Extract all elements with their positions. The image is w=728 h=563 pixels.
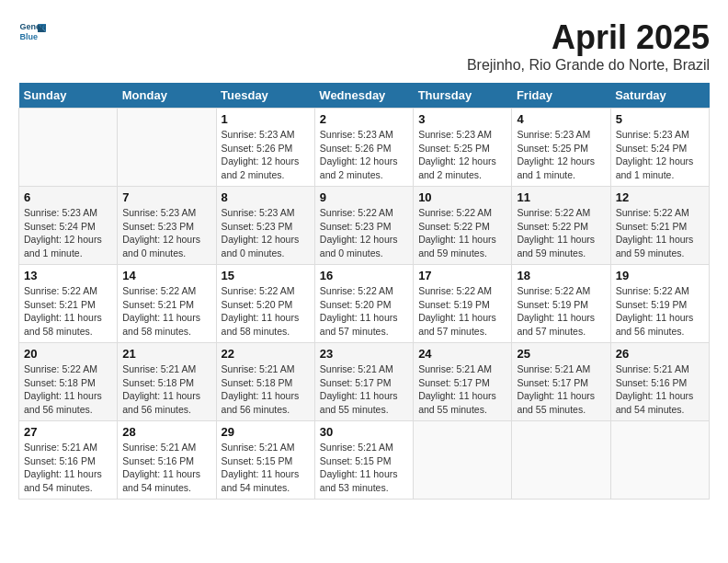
day-info: Sunrise: 5:22 AM Sunset: 5:20 PM Dayligh… [320,284,408,339]
calendar-day-cell: 6Sunrise: 5:23 AM Sunset: 5:24 PM Daylig… [19,187,118,265]
calendar-day-cell: 15Sunrise: 5:22 AM Sunset: 5:20 PM Dayli… [216,265,314,343]
day-number: 25 [517,347,605,361]
day-info: Sunrise: 5:23 AM Sunset: 5:23 PM Dayligh… [222,206,310,260]
day-number: 17 [418,269,506,282]
calendar-day-cell: 20Sunrise: 5:22 AM Sunset: 5:18 PM Dayli… [19,343,118,421]
calendar-day-cell: 24Sunrise: 5:21 AM Sunset: 5:17 PM Dayli… [414,343,512,421]
day-info: Sunrise: 5:22 AM Sunset: 5:19 PM Dayligh… [517,284,605,339]
svg-text:Blue: Blue [20,32,39,41]
day-number: 29 [222,425,310,439]
day-number: 12 [616,190,704,204]
day-info: Sunrise: 5:22 AM Sunset: 5:22 PM Dayligh… [517,206,605,260]
calendar-day-cell: 14Sunrise: 5:22 AM Sunset: 5:21 PM Dayli… [118,265,216,343]
calendar-day-cell: 1Sunrise: 5:23 AM Sunset: 5:26 PM Daylig… [216,109,314,187]
day-info: Sunrise: 5:21 AM Sunset: 5:16 PM Dayligh… [24,441,112,495]
calendar-day-cell: 12Sunrise: 5:22 AM Sunset: 5:21 PM Dayli… [610,187,709,265]
day-info: Sunrise: 5:22 AM Sunset: 5:21 PM Dayligh… [122,284,210,339]
calendar-day-cell: 17Sunrise: 5:22 AM Sunset: 5:19 PM Dayli… [414,265,512,343]
day-info: Sunrise: 5:21 AM Sunset: 5:18 PM Dayligh… [122,362,210,417]
day-info: Sunrise: 5:21 AM Sunset: 5:17 PM Dayligh… [418,362,506,417]
day-number: 8 [222,190,310,204]
weekday-header: Saturday [610,83,709,109]
month-title: April 2025 [467,18,710,57]
weekday-header: Thursday [414,83,512,109]
day-number: 6 [24,190,112,204]
day-info: Sunrise: 5:21 AM Sunset: 5:16 PM Dayligh… [616,362,704,417]
calendar-day-cell: 19Sunrise: 5:22 AM Sunset: 5:19 PM Dayli… [610,265,709,343]
calendar-day-cell [414,421,512,500]
weekday-header: Sunday [19,83,118,109]
day-info: Sunrise: 5:23 AM Sunset: 5:25 PM Dayligh… [517,128,605,182]
calendar-day-cell [19,109,118,187]
logo: General Blue [18,18,50,46]
calendar-week-row: 27Sunrise: 5:21 AM Sunset: 5:16 PM Dayli… [19,421,710,500]
day-number: 16 [320,269,408,282]
calendar-day-cell: 10Sunrise: 5:22 AM Sunset: 5:22 PM Dayli… [414,187,512,265]
calendar-week-row: 1Sunrise: 5:23 AM Sunset: 5:26 PM Daylig… [19,109,710,187]
day-info: Sunrise: 5:22 AM Sunset: 5:23 PM Dayligh… [320,206,408,260]
day-number: 22 [222,347,310,361]
day-info: Sunrise: 5:21 AM Sunset: 5:16 PM Dayligh… [122,441,210,495]
day-info: Sunrise: 5:22 AM Sunset: 5:19 PM Dayligh… [616,284,704,339]
calendar-day-cell [610,421,709,500]
page-header: General Blue April 2025 Brejinho, Rio Gr… [18,18,710,74]
calendar-week-row: 6Sunrise: 5:23 AM Sunset: 5:24 PM Daylig… [19,187,710,265]
day-number: 10 [418,190,506,204]
day-number: 18 [517,269,605,282]
day-number: 1 [222,112,310,126]
calendar-week-row: 20Sunrise: 5:22 AM Sunset: 5:18 PM Dayli… [19,343,710,421]
day-number: 9 [320,190,408,204]
calendar-day-cell: 25Sunrise: 5:21 AM Sunset: 5:17 PM Dayli… [512,343,610,421]
day-number: 11 [517,190,605,204]
day-number: 15 [222,269,310,282]
day-number: 24 [418,347,506,361]
day-number: 13 [24,269,112,282]
calendar-day-cell: 28Sunrise: 5:21 AM Sunset: 5:16 PM Dayli… [118,421,216,500]
day-info: Sunrise: 5:22 AM Sunset: 5:19 PM Dayligh… [418,284,506,339]
weekday-header: Wednesday [314,83,413,109]
calendar-day-cell: 16Sunrise: 5:22 AM Sunset: 5:20 PM Dayli… [314,265,413,343]
calendar-day-cell: 8Sunrise: 5:23 AM Sunset: 5:23 PM Daylig… [216,187,314,265]
day-number: 7 [122,190,210,204]
day-number: 26 [616,347,704,361]
calendar-week-row: 13Sunrise: 5:22 AM Sunset: 5:21 PM Dayli… [19,265,710,343]
day-info: Sunrise: 5:23 AM Sunset: 5:26 PM Dayligh… [320,128,408,182]
weekday-header-row: SundayMondayTuesdayWednesdayThursdayFrid… [19,83,710,109]
day-number: 23 [320,347,408,361]
calendar-day-cell: 26Sunrise: 5:21 AM Sunset: 5:16 PM Dayli… [610,343,709,421]
svg-text:General: General [20,22,47,31]
day-number: 2 [320,112,408,126]
day-number: 20 [24,347,112,361]
day-info: Sunrise: 5:22 AM Sunset: 5:21 PM Dayligh… [24,284,112,339]
calendar-day-cell: 3Sunrise: 5:23 AM Sunset: 5:25 PM Daylig… [414,109,512,187]
calendar-day-cell: 13Sunrise: 5:22 AM Sunset: 5:21 PM Dayli… [19,265,118,343]
day-number: 30 [320,425,408,439]
title-area: April 2025 Brejinho, Rio Grande do Norte… [467,18,710,74]
calendar-day-cell: 27Sunrise: 5:21 AM Sunset: 5:16 PM Dayli… [19,421,118,500]
day-number: 14 [122,269,210,282]
day-info: Sunrise: 5:22 AM Sunset: 5:22 PM Dayligh… [418,206,506,260]
calendar-day-cell: 22Sunrise: 5:21 AM Sunset: 5:18 PM Dayli… [216,343,314,421]
day-number: 21 [122,347,210,361]
day-info: Sunrise: 5:21 AM Sunset: 5:15 PM Dayligh… [222,441,310,495]
day-info: Sunrise: 5:23 AM Sunset: 5:23 PM Dayligh… [122,206,210,260]
calendar-day-cell: 21Sunrise: 5:21 AM Sunset: 5:18 PM Dayli… [118,343,216,421]
calendar-day-cell: 23Sunrise: 5:21 AM Sunset: 5:17 PM Dayli… [314,343,413,421]
calendar-day-cell [512,421,610,500]
day-number: 27 [24,425,112,439]
weekday-header: Tuesday [216,83,314,109]
calendar-day-cell: 9Sunrise: 5:22 AM Sunset: 5:23 PM Daylig… [314,187,413,265]
day-info: Sunrise: 5:23 AM Sunset: 5:24 PM Dayligh… [24,206,112,260]
calendar-day-cell: 4Sunrise: 5:23 AM Sunset: 5:25 PM Daylig… [512,109,610,187]
day-info: Sunrise: 5:21 AM Sunset: 5:17 PM Dayligh… [517,362,605,417]
day-info: Sunrise: 5:21 AM Sunset: 5:17 PM Dayligh… [320,362,408,417]
day-info: Sunrise: 5:23 AM Sunset: 5:24 PM Dayligh… [616,128,704,182]
calendar-day-cell: 2Sunrise: 5:23 AM Sunset: 5:26 PM Daylig… [314,109,413,187]
day-number: 28 [122,425,210,439]
day-number: 19 [616,269,704,282]
day-info: Sunrise: 5:23 AM Sunset: 5:25 PM Dayligh… [418,128,506,182]
calendar-day-cell: 18Sunrise: 5:22 AM Sunset: 5:19 PM Dayli… [512,265,610,343]
calendar-day-cell: 7Sunrise: 5:23 AM Sunset: 5:23 PM Daylig… [118,187,216,265]
calendar-day-cell: 11Sunrise: 5:22 AM Sunset: 5:22 PM Dayli… [512,187,610,265]
calendar-day-cell: 5Sunrise: 5:23 AM Sunset: 5:24 PM Daylig… [610,109,709,187]
